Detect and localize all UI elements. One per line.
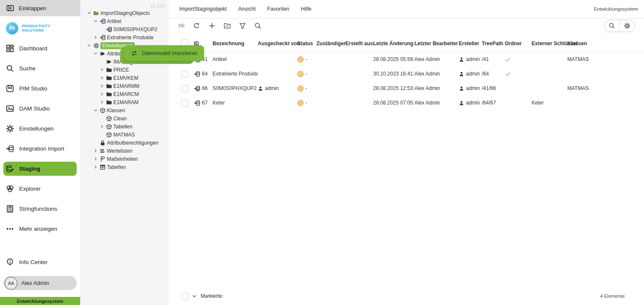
chevron-down-icon[interactable]	[192, 293, 197, 299]
language-selector[interactable]: DE	[178, 23, 185, 28]
tree-item-e1maram[interactable]: E1MARAM	[80, 98, 169, 106]
cell-klassen: MATMAS	[567, 85, 644, 91]
tree-item-label: Klassen	[107, 107, 125, 113]
import-object-edited-icon	[194, 85, 200, 92]
sidebar-item-dashboard[interactable]: Dashboard	[0, 38, 80, 58]
column-header-letzte-nderung[interactable]: Letzte Änderung	[373, 41, 414, 46]
ellipsis-icon	[6, 225, 14, 233]
tree-item-importstagingobjects[interactable]: ImportStagingObjects	[80, 9, 169, 17]
brand-logo[interactable]: PS PRODUCTIVITY SOLUTIONS	[0, 16, 80, 38]
tree-item-label: E1MVKEM	[113, 75, 138, 81]
tree-item-tabellen[interactable]: Tabellen	[80, 122, 169, 131]
sidebar-item-pim-studio[interactable]: PIM Studio	[0, 78, 80, 99]
lock-icon	[100, 140, 106, 146]
table-row[interactable]: 64Extrahierte Produkte-30.10.2023 16:41:…	[181, 67, 644, 81]
column-header-erstellt-aus[interactable]: Erstellt aus	[345, 41, 373, 46]
tree-item-e1mvkem[interactable]: E1MVKEM	[80, 74, 169, 82]
user-menu[interactable]: AA Alex Admin	[3, 276, 77, 290]
menu-favoriten[interactable]: Favoriten	[267, 6, 289, 12]
folder-remove-icon[interactable]	[224, 22, 231, 29]
sidebar-item-label: PIM Studio	[19, 85, 47, 92]
import-object-icon	[194, 100, 200, 106]
cell-treepath: /64/67	[482, 100, 505, 106]
main-content: ImportStagingobjekt Ansicht Favoriten Hi…	[169, 0, 644, 305]
integration-import-icon	[6, 145, 14, 153]
folder-open-icon	[93, 10, 99, 16]
tree-item-label: E1MARMM	[113, 83, 139, 89]
sidebar-item-info-center[interactable]: Info Center	[0, 252, 80, 272]
tree-item-attributberechtigungen[interactable]: Attributberechtigungen	[80, 139, 169, 147]
status-dot	[297, 85, 304, 92]
tree-item-e1marcm[interactable]: E1MARCM	[80, 90, 169, 98]
search-icon[interactable]	[604, 20, 619, 32]
tree-item-label: Wertelisten	[107, 148, 132, 154]
column-header-letzter-bearbeiter[interactable]: Letzter Bearbeiter	[414, 41, 459, 46]
dashboard-grid-icon	[6, 44, 14, 52]
tree-item-e1marmm[interactable]: E1MARMM	[80, 82, 169, 90]
row-checkbox[interactable]	[181, 85, 188, 92]
cell-status: -	[297, 71, 316, 77]
table-row[interactable]: 41Artikel-28.08.2025 05:59:53Alex Admina…	[181, 52, 644, 67]
tree-item-label: MATMAS	[113, 132, 135, 138]
tree-item-extrahierte-produkte[interactable]: Extrahierte Produkte	[80, 33, 169, 41]
sidebar-item-integration-import[interactable]: Integration Import	[0, 139, 80, 159]
footer-checkbox[interactable]	[181, 293, 188, 300]
column-header-externer-schl-ssel[interactable]: Externer Schlüssel	[532, 41, 567, 46]
tree-item-klassen[interactable]: Klassen	[80, 106, 169, 114]
tree-item-tabellen[interactable]: Tabellen	[80, 163, 169, 171]
tree-item-s0m0s0phxqup2[interactable]: S0M0S0PHXQUP2	[80, 25, 169, 33]
tree-item-matmas[interactable]: MATMAS	[80, 131, 169, 139]
row-checkbox[interactable]	[181, 70, 188, 78]
sidebar-item-mehr-anzeigen[interactable]: Mehr anzeigen	[0, 219, 80, 239]
refresh-icon[interactable]	[193, 22, 200, 29]
sidebar-item-stringfunctions[interactable]: Stringfunctions	[0, 199, 80, 219]
folder-icon	[106, 83, 112, 89]
table-row[interactable]: 66S0M0S0PHXQUP2admin-28.08.2025 12:53:15…	[181, 81, 644, 96]
column-header-zust-ndiger[interactable]: Zuständiger	[316, 41, 345, 46]
check-icon	[505, 56, 511, 63]
tree-item-label: Artikel	[107, 18, 121, 24]
sidebar-item-suche[interactable]: Suche	[0, 58, 80, 78]
tree-item-label: S0M0S0PHXQUP2	[113, 26, 157, 32]
cube-icon	[106, 116, 112, 122]
folder-icon	[106, 99, 112, 105]
row-checkbox[interactable]	[181, 99, 188, 107]
collapse-sidebar-button[interactable]: Einklappen	[0, 0, 80, 16]
column-header-ersteller[interactable]: Ersteller	[459, 41, 482, 46]
sidebar-item-staging[interactable]: Staging	[0, 159, 80, 179]
tree-item-artikel[interactable]: Artikel	[80, 17, 169, 25]
table-area: IDBezeichnungAusgecheckt vonStatusZustän…	[169, 33, 644, 290]
sidebar-item-label: DAM Studio	[19, 105, 50, 112]
column-header-ausgecheckt-von[interactable]: Ausgecheckt von	[258, 41, 297, 46]
gear-icon[interactable]	[619, 20, 635, 32]
menu-importstagingobjekt[interactable]: ImportStagingobjekt	[179, 6, 227, 12]
tree-item-wertelisten[interactable]: Wertelisten	[80, 147, 169, 155]
folder-icon	[106, 75, 112, 81]
sidebar-item-label: Mehr anzeigen	[19, 226, 57, 232]
column-header-treepath[interactable]: TreePath	[482, 41, 505, 46]
chevron-right-icon	[99, 67, 105, 72]
menu-hilfe[interactable]: Hilfe	[301, 6, 311, 12]
column-header-ordner[interactable]: Ordner	[505, 41, 532, 46]
tree-item-ma-einheiten[interactable]: Maßeinheiten	[80, 155, 169, 163]
filter-icon[interactable]	[239, 22, 246, 29]
tree-item-label: Tabellen	[113, 124, 132, 130]
tree-item-clean[interactable]: Clean	[80, 114, 169, 122]
cell-status: -	[297, 85, 316, 92]
sidebar-bottom: Info Center AA Alex Admin Entwicklungssy…	[0, 252, 80, 305]
sidebar-item-einstellungen[interactable]: Einstellungen	[0, 119, 80, 139]
tree-item-price[interactable]: PRICE	[80, 66, 169, 74]
sidebar-item-label: Explorer	[19, 186, 40, 192]
menu-ansicht[interactable]: Ansicht	[238, 6, 256, 12]
chevron-right-icon	[93, 165, 98, 169]
sidebar-item-dam-studio[interactable]: DAM Studio	[0, 99, 80, 119]
check-icon	[505, 71, 511, 77]
search-icon[interactable]	[254, 22, 262, 29]
brand-text: PRODUCTIVITY SOLUTIONS	[22, 24, 50, 32]
sidebar-item-explorer[interactable]: Explorer	[0, 179, 80, 199]
column-header-bezeichnung[interactable]: Bezeichnung	[213, 41, 258, 46]
add-icon[interactable]	[208, 22, 216, 29]
column-header-status[interactable]: Status	[297, 41, 316, 46]
column-header-klassen[interactable]: Klassen	[567, 41, 644, 46]
table-row[interactable]: 67Keter-28.08.2025 07:05:56Alex Adminadm…	[181, 96, 644, 110]
